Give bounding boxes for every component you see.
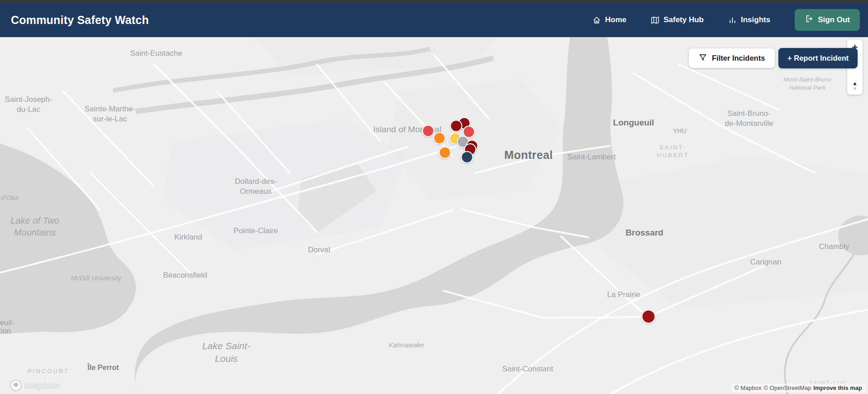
mapbox-logo-icon: [10, 380, 22, 391]
nav-label-safety-hub: Safety Hub: [663, 15, 704, 24]
insights-icon: [728, 16, 737, 24]
sign-out-button[interactable]: Sign Out: [795, 9, 860, 31]
app-title: Community Safety Watch: [11, 14, 149, 27]
mapbox-logo[interactable]: mapbox: [10, 380, 61, 391]
nav-item-home[interactable]: Home: [592, 15, 626, 24]
filter-incidents-button[interactable]: Filter Incidents: [689, 48, 775, 68]
stepper-control[interactable]: ▲ ▼: [852, 81, 858, 95]
map-attribution: © Mapbox © OpenStreetMap Improve this ma…: [731, 384, 865, 392]
nav-label-home: Home: [605, 15, 626, 24]
incident-marker-orange[interactable]: [439, 147, 451, 159]
mapbox-attribution-link[interactable]: © Mapbox: [734, 384, 761, 391]
nav-item-insights[interactable]: Insights: [728, 15, 770, 24]
improve-map-link[interactable]: Improve this map: [813, 384, 862, 391]
home-icon: [592, 16, 601, 24]
mapbox-wordmark: mapbox: [24, 380, 61, 391]
report-incident-button[interactable]: + Report Incident: [778, 48, 858, 68]
app-header: Community Safety Watch Home Safety Hub: [0, 3, 868, 37]
funnel-icon: [699, 53, 707, 63]
osm-attribution-link[interactable]: © OpenStreetMap: [763, 384, 811, 391]
incident-marker-darkred2[interactable]: [642, 310, 656, 324]
main-nav: Home Safety Hub Insights: [592, 9, 868, 31]
incident-marker-navy[interactable]: [461, 151, 473, 163]
map-base-art: [0, 37, 868, 394]
incident-marker-orange[interactable]: [434, 132, 446, 144]
sign-out-icon: [805, 14, 813, 25]
filter-incidents-label: Filter Incidents: [712, 54, 765, 62]
stepper-down-icon[interactable]: ▼: [852, 86, 858, 91]
incident-marker-darkred[interactable]: [450, 120, 463, 132]
incident-marker-red[interactable]: [422, 125, 434, 137]
map-icon: [651, 16, 659, 24]
map-canvas[interactable]: Saint-EustacheSaint-Joseph- du-LacSainte…: [0, 37, 868, 394]
nav-item-safety-hub[interactable]: Safety Hub: [651, 15, 704, 24]
nav-label-insights: Insights: [741, 15, 770, 24]
sign-out-label: Sign Out: [818, 15, 850, 24]
